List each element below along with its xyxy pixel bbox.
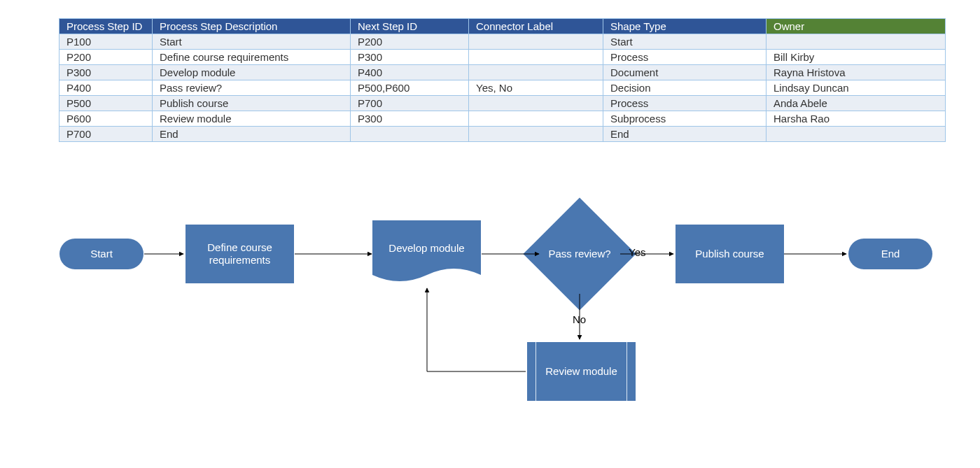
- cell-c3: [469, 50, 603, 65]
- table-row: P500Publish courseP700ProcessAnda Abele: [59, 96, 946, 111]
- node-label: Start: [86, 248, 117, 260]
- cell-c4: Decision: [603, 80, 766, 96]
- node-end: End: [848, 239, 932, 269]
- cell-c4: Process: [603, 50, 766, 65]
- node-pass-review: Pass review?: [540, 214, 620, 294]
- node-review-module: Review module: [527, 342, 636, 401]
- node-label: Pass review?: [544, 248, 615, 260]
- cell-c1: Review module: [153, 111, 351, 127]
- connector-label-yes: Yes: [629, 246, 645, 258]
- cell-c5: [766, 34, 946, 50]
- node-label: Define course requirements: [186, 241, 294, 267]
- node-label: Develop module: [384, 242, 468, 255]
- col-connector-label: Connector Label: [469, 19, 603, 34]
- cell-c0: P700: [59, 127, 153, 142]
- cell-c1: Start: [153, 34, 351, 50]
- cell-c2: P200: [351, 34, 469, 50]
- cell-c0: P500: [59, 96, 153, 111]
- cell-c5: Rayna Hristova: [766, 65, 946, 80]
- cell-c5: Bill Kirby: [766, 50, 946, 65]
- cell-c1: Pass review?: [153, 80, 351, 96]
- node-label: Review module: [541, 365, 622, 378]
- cell-c2: P500,P600: [351, 80, 469, 96]
- cell-c3: [469, 127, 603, 142]
- cell-c5: Harsha Rao: [766, 111, 946, 127]
- cell-c2: [351, 127, 469, 142]
- cell-c2: P300: [351, 111, 469, 127]
- table-row: P200Define course requirementsP300Proces…: [59, 50, 946, 65]
- cell-c3: [469, 96, 603, 111]
- cell-c4: Process: [603, 96, 766, 111]
- table-row: P100StartP200Start: [59, 34, 946, 50]
- node-develop-module: Develop module: [372, 220, 481, 287]
- node-label: End: [877, 248, 904, 260]
- connector-label-no: No: [573, 313, 586, 325]
- cell-c5: Lindsay Duncan: [766, 80, 946, 96]
- col-owner: Owner: [766, 19, 946, 34]
- cell-c0: P200: [59, 50, 153, 65]
- table-row: P400Pass review?P500,P600Yes, NoDecision…: [59, 80, 946, 96]
- process-table: Process Step ID Process Step Description…: [59, 18, 946, 142]
- cell-c1: End: [153, 127, 351, 142]
- col-shape-type: Shape Type: [603, 19, 766, 34]
- cell-c0: P400: [59, 80, 153, 96]
- table-row: P300Develop moduleP400DocumentRayna Hris…: [59, 65, 946, 80]
- cell-c2: P400: [351, 65, 469, 80]
- cell-c0: P100: [59, 34, 153, 50]
- cell-c2: P700: [351, 96, 469, 111]
- cell-c4: End: [603, 127, 766, 142]
- table-header-row: Process Step ID Process Step Description…: [59, 19, 946, 34]
- cell-c4: Start: [603, 34, 766, 50]
- cell-c1: Publish course: [153, 96, 351, 111]
- col-process-step-id: Process Step ID: [59, 19, 153, 34]
- node-define-course-requirements: Define course requirements: [186, 225, 294, 283]
- cell-c1: Define course requirements: [153, 50, 351, 65]
- table-row: P600Review moduleP300SubprocessHarsha Ra…: [59, 111, 946, 127]
- cell-c0: P600: [59, 111, 153, 127]
- cell-c0: P300: [59, 65, 153, 80]
- cell-c3: [469, 34, 603, 50]
- table-row: P700EndEnd: [59, 127, 946, 142]
- cell-c2: P300: [351, 50, 469, 65]
- cell-c5: Anda Abele: [766, 96, 946, 111]
- node-publish-course: Publish course: [676, 225, 784, 283]
- cell-c3: [469, 65, 603, 80]
- cell-c1: Develop module: [153, 65, 351, 80]
- node-start: Start: [59, 239, 144, 269]
- cell-c4: Document: [603, 65, 766, 80]
- cell-c4: Subprocess: [603, 111, 766, 127]
- cell-c3: Yes, No: [469, 80, 603, 96]
- cell-c5: [766, 127, 946, 142]
- node-label: Publish course: [691, 248, 768, 260]
- col-next-step-id: Next Step ID: [351, 19, 469, 34]
- col-process-step-desc: Process Step Description: [153, 19, 351, 34]
- cell-c3: [469, 111, 603, 127]
